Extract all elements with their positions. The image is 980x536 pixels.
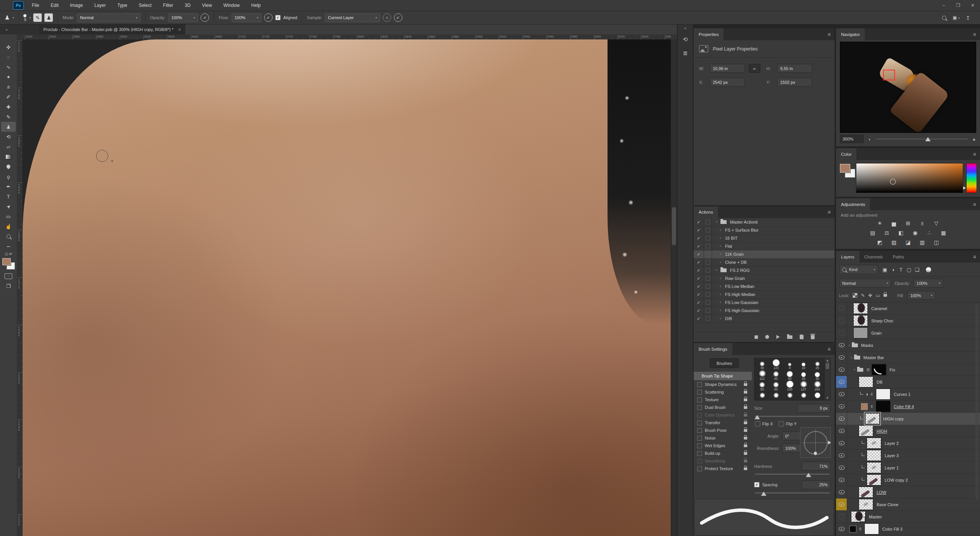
panel-menu-icon[interactable]: ≡: [973, 31, 976, 38]
tool-healing-brush[interactable]: ✚: [1, 102, 16, 112]
layer-thumbnail[interactable]: [865, 413, 880, 424]
brush-preset-25[interactable]: 25: [797, 370, 810, 381]
layer-thumbnail[interactable]: [867, 438, 881, 449]
gradient-map-icon[interactable]: ▥: [918, 239, 926, 246]
brush-section-shape-dynamics[interactable]: Shape Dynamics: [694, 381, 752, 388]
scroll-up-icon[interactable]: ▲: [826, 359, 829, 362]
brush-preset-60[interactable]: 60: [769, 370, 783, 381]
flow-select[interactable]: 100%▾: [232, 13, 261, 22]
brush-section-smoothing[interactable]: Smoothing: [694, 457, 752, 465]
layer-thumbnail[interactable]: [859, 499, 873, 510]
lock-all-icon[interactable]: [884, 294, 887, 297]
layer-row-low[interactable]: LOW: [836, 486, 980, 498]
layer-visibility-toggle[interactable]: [836, 302, 847, 314]
tab-color[interactable]: Color: [836, 148, 856, 160]
vibrance-icon[interactable]: ▽: [932, 220, 941, 227]
angle-dial[interactable]: [800, 427, 831, 458]
aligned-checkbox[interactable]: ✓: [275, 15, 281, 20]
brush-preset-partial[interactable]: [797, 391, 810, 400]
spacing-checkbox[interactable]: ✓: [754, 482, 760, 487]
restore-button[interactable]: ❐: [951, 0, 965, 11]
layer-name[interactable]: Grain: [871, 331, 882, 335]
layer-visibility-toggle[interactable]: [836, 376, 847, 388]
layer-row-color-fill-4[interactable]: ∞Color Fill 4: [836, 400, 980, 413]
brush-section-noise[interactable]: Noise: [694, 434, 752, 442]
brushes-button[interactable]: Brushes: [710, 358, 739, 368]
height-field[interactable]: 9,55 in: [777, 64, 812, 73]
tab-layers[interactable]: Layers: [836, 251, 859, 263]
menu-item-filter[interactable]: Filter: [157, 0, 179, 11]
ignore-adjustment-layers-icon[interactable]: ⊘: [383, 13, 391, 22]
action-row-16-bit[interactable]: ✓›16 BIT: [694, 234, 835, 242]
tool-preset-icon[interactable]: ♟: [5, 14, 10, 21]
pressure-opacity-icon[interactable]: ✐: [201, 13, 209, 22]
selective-color-icon[interactable]: ◫: [932, 239, 941, 246]
brush-section-texture[interactable]: Texture: [694, 396, 752, 404]
layer-visibility-toggle[interactable]: [836, 364, 847, 376]
layer-row-high[interactable]: HIGH: [836, 425, 980, 437]
brush-preset-10[interactable]: 10: [797, 359, 810, 370]
lock-position-icon[interactable]: ✜: [868, 293, 872, 298]
panel-menu-icon[interactable]: ≡: [973, 151, 976, 157]
brush-preset-50[interactable]: 50: [783, 370, 797, 381]
search-icon[interactable]: [942, 16, 946, 20]
zoom-out-icon[interactable]: ▲: [868, 138, 871, 141]
brush-preset-25[interactable]: 25: [810, 359, 824, 370]
lock-transparency-icon[interactable]: [853, 293, 858, 298]
lock-pixels-icon[interactable]: ✎: [861, 293, 865, 298]
action-row-raw-grain[interactable]: ✓›Raw Grain: [694, 275, 835, 283]
stop-button[interactable]: [755, 335, 758, 339]
layer-name[interactable]: Curves 1: [894, 392, 911, 397]
tool-lasso[interactable]: ∿: [1, 62, 16, 72]
layer-visibility-toggle[interactable]: [836, 462, 847, 474]
layer-row-fix[interactable]: ›⊙Fix: [836, 364, 980, 376]
filter-smart-objects-icon[interactable]: ❏: [913, 266, 921, 273]
layer-thumbnail[interactable]: [876, 389, 890, 400]
brush-preset-partial[interactable]: [769, 391, 783, 400]
tool-edit-toolbar[interactable]: •••: [1, 241, 16, 251]
navigator-zoom-field[interactable]: 300%: [840, 135, 864, 143]
spacing-slider[interactable]: [754, 490, 831, 495]
action-row-clone-db[interactable]: ✓›Clone + DB: [694, 258, 835, 266]
brush-preset-30[interactable]: 30: [810, 370, 824, 381]
layer-name[interactable]: DB: [877, 380, 882, 384]
layer-filter-kind-select[interactable]: Kind ▾: [839, 265, 878, 274]
layer-name[interactable]: LOW copy 2: [885, 478, 908, 482]
workspace-switcher[interactable]: ▣ ▾: [952, 15, 960, 20]
invert-icon[interactable]: ◩: [875, 239, 884, 246]
vertical-ruler[interactable]: 1720176018001840188019201960200020402080…: [17, 39, 23, 536]
layer-row-grain[interactable]: Grain: [836, 327, 980, 339]
layer-row-masks[interactable]: ›Masks: [836, 339, 980, 351]
brightness-contrast-icon[interactable]: ☀: [875, 220, 884, 227]
filter-shape-layers-icon[interactable]: ▢: [905, 266, 913, 273]
navigator-preview[interactable]: [840, 42, 976, 133]
layer-thumbnail[interactable]: [853, 315, 868, 326]
tool-brush[interactable]: ✎: [1, 112, 16, 122]
layer-row-base-clone[interactable]: Base Clone: [836, 498, 980, 511]
roundness-handle[interactable]: [814, 452, 817, 455]
sample-select[interactable]: Current Layer▾: [325, 13, 380, 22]
layer-visibility-toggle[interactable]: [836, 351, 847, 363]
action-row-fs-high-gaussian[interactable]: ✓›FS High Gaussian: [694, 307, 835, 315]
brush-preset-50[interactable]: 50: [755, 381, 769, 391]
tool-dodge[interactable]: ϙ: [1, 172, 16, 181]
layer-visibility-toggle[interactable]: [836, 388, 847, 400]
history-panel-icon[interactable]: ⟲: [681, 35, 690, 44]
layer-thumbnail[interactable]: [859, 376, 873, 387]
layer-row-master[interactable]: Master: [836, 511, 980, 523]
menu-item-window[interactable]: Window: [218, 0, 246, 11]
layer-thumbnail[interactable]: [867, 450, 881, 461]
layer-row-db[interactable]: DB: [836, 376, 980, 388]
tool-type[interactable]: T: [1, 191, 16, 201]
layer-thumbnail[interactable]: [867, 462, 881, 473]
color-cursor[interactable]: [890, 179, 896, 185]
layer-visibility-toggle[interactable]: [836, 327, 847, 339]
layer-name[interactable]: HIGH: [877, 429, 887, 433]
hue-saturation-icon[interactable]: ▤: [869, 229, 877, 236]
menu-item-type[interactable]: Type: [111, 0, 133, 11]
menu-item-3d[interactable]: 3D: [179, 0, 196, 11]
panel-collapse-icon[interactable]: »: [684, 26, 686, 30]
layer-thumbnail[interactable]: [853, 303, 868, 314]
canvas-scrollbar-thumb[interactable]: [672, 207, 676, 245]
layer-visibility-toggle[interactable]: [836, 400, 847, 412]
